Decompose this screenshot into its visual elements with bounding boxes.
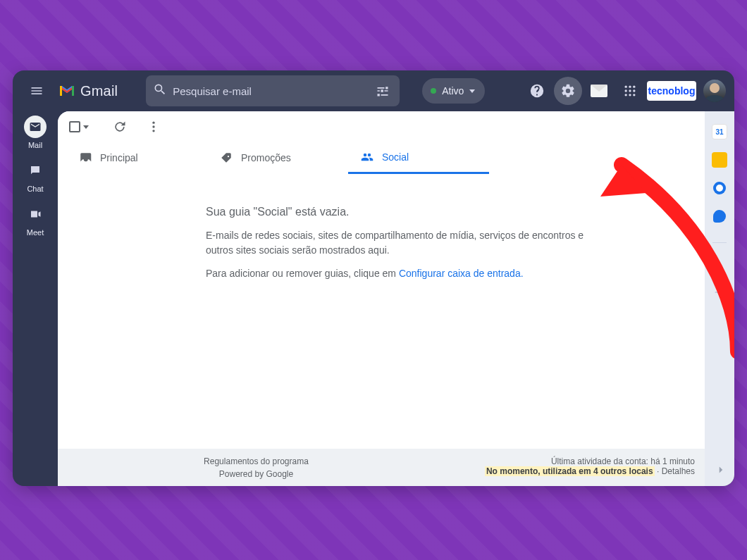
mailbox-footer: Regulamentos do programa Powered by Goog… [58,449,705,486]
people-icon [361,151,374,163]
inbox-icon [79,151,92,164]
search-input[interactable] [173,85,367,97]
org-badge-text: tecnoblog [648,85,696,97]
chevron-right-icon [715,463,727,476]
contacts-icon [713,210,726,223]
svg-point-1 [629,86,631,88]
svg-point-6 [625,94,627,96]
chevron-down-icon [469,89,475,93]
main-panel: Principal Promoções Social Sua guia "Soc… [58,111,734,486]
side-panel: 31 + [705,111,734,486]
brand-name: Gmail [80,83,118,99]
settings-button[interactable] [554,77,582,105]
open-locations-highlight: No momento, utilizada em 4 outros locais [485,466,655,476]
details-link[interactable]: Detalhes [662,466,695,476]
support-button[interactable] [523,77,551,105]
search-options-button[interactable] [373,81,393,101]
gmail-window: Gmail Ativo [13,70,734,486]
svg-point-3 [625,89,627,92]
program-rules-link[interactable]: Regulamentos do programa [204,456,309,466]
rail-item-meet[interactable]: Meet [24,203,47,237]
svg-point-7 [629,94,631,96]
empty-title: Sua guia "Social" está vazia. [206,206,705,218]
plus-icon: + [714,281,724,302]
footer-right: Última atividade da conta: há 1 minuto N… [402,456,695,479]
rail-label: Chat [27,185,43,193]
side-panel-add-button[interactable]: + [714,282,724,301]
side-panel-tasks[interactable] [712,180,727,196]
empty-body-1: E-mails de redes sociais, sites de compa… [206,228,600,258]
svg-point-8 [633,94,635,96]
tag-icon [220,151,233,164]
refresh-icon [113,120,127,134]
svg-point-5 [633,89,635,92]
envelope-icon [591,85,607,97]
rail-item-chat[interactable]: Chat [24,159,47,193]
empty-body-2: Para adicionar ou remover guias, clique … [206,266,600,281]
status-label: Ativo [442,85,464,97]
gmail-logo-icon [58,84,76,98]
svg-point-11 [152,130,154,132]
main-menu-button[interactable] [21,75,52,106]
header-actions: tecnoblog [523,77,726,105]
search-icon [153,82,167,99]
mailbox-toolbar [58,111,705,142]
side-panel-divider [712,242,727,243]
meet-icon [24,203,47,225]
gear-icon [560,83,576,99]
tab-social[interactable]: Social [348,142,489,174]
configure-inbox-link[interactable]: Configurar caixa de entrada. [399,268,524,279]
tune-icon [376,84,390,98]
calendar-icon: 31 [715,128,723,136]
select-all-button[interactable] [69,121,89,132]
empty-body-2-prefix: Para adicionar ou remover guias, clique … [206,268,399,279]
help-icon [529,83,545,99]
mail-icon [24,116,47,138]
side-panel-calendar[interactable]: 31 [712,124,727,139]
side-panel-keep[interactable] [712,152,727,168]
svg-point-10 [152,125,154,127]
last-activity-text: Última atividade da conta: há 1 minuto [402,456,695,466]
mailbox-content: Principal Promoções Social Sua guia "Soc… [58,111,705,486]
body: Mail Chat Meet [13,111,734,486]
open-locations-line: No momento, utilizada em 4 outros locais… [402,466,695,476]
rail-label: Meet [27,228,44,237]
apps-grid-icon [623,84,637,98]
svg-point-9 [152,122,154,124]
svg-point-0 [625,86,627,88]
tab-label: Promoções [241,152,291,163]
status-chip[interactable]: Ativo [422,78,485,104]
rail-label: Mail [28,141,42,149]
tab-primary[interactable]: Principal [66,142,207,174]
tab-label: Social [382,151,409,163]
header: Gmail Ativo [13,70,734,111]
search-bar[interactable] [146,75,400,106]
rail-item-mail[interactable]: Mail [24,116,47,149]
svg-point-4 [629,89,631,92]
tab-promotions[interactable]: Promoções [207,142,348,174]
collapse-side-panel-button[interactable] [715,463,727,479]
more-vertical-icon [147,120,161,134]
footer-left: Regulamentos do programa Powered by Goog… [110,456,402,479]
tab-label: Principal [100,152,138,163]
org-badge: tecnoblog [647,81,696,101]
gmail-brand[interactable]: Gmail [58,83,118,99]
separator: · [655,466,662,476]
account-avatar[interactable] [703,80,726,102]
inbox-envelope-button[interactable] [585,77,613,105]
empty-state: Sua guia "Social" está vazia. E-mails de… [58,175,705,449]
app-rail: Mail Chat Meet [13,111,58,486]
google-apps-button[interactable] [616,77,644,105]
refresh-button[interactable] [107,114,132,139]
tasks-icon [713,182,726,194]
powered-by-text: Powered by Google [219,469,293,479]
category-tabs: Principal Promoções Social [58,142,705,175]
side-panel-contacts[interactable] [712,209,727,224]
checkbox-icon [69,121,80,132]
svg-point-2 [633,86,635,88]
more-button[interactable] [141,114,166,139]
chat-icon [24,159,47,182]
chevron-down-icon [83,125,89,129]
status-active-dot-icon [431,88,436,94]
hamburger-icon [30,84,44,98]
